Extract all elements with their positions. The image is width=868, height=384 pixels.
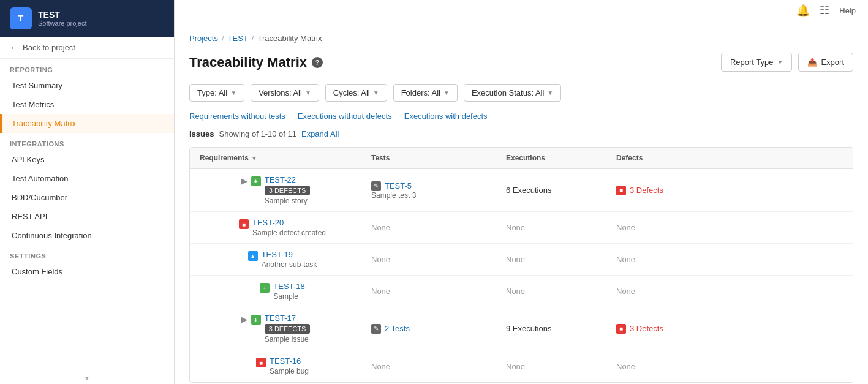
back-icon: ← [10,43,18,52]
story-icon-4: + [251,315,261,325]
issue-link-3[interactable]: TEST-18 [273,282,304,291]
quick-filters: Requirements without tests Executions wi… [189,111,853,121]
filter-cycles-label: Cycles: All [333,88,370,97]
sidebar-item-continuous-integration[interactable]: Continuous Integration [0,226,174,245]
executions-without-defects-link[interactable]: Executions without defects [298,111,392,121]
test-link-0[interactable]: TEST-5 [385,181,412,190]
breadcrumb-test[interactable]: TEST [228,34,248,43]
table-row: ▶ + TEST-22 3 DEFECTS Sample story ✎ TES… [190,169,853,212]
filter-cycles-chevron: ▼ [373,89,379,96]
test-none-5: None [371,362,486,371]
sidebar-logo: T [10,7,32,29]
defect-link-4[interactable]: 3 Defects [630,324,663,333]
defects-cell-1: None [606,212,704,243]
issue-sub-3: Sample [273,292,304,301]
filter-type[interactable]: Type: All ▼ [189,84,244,102]
defects-cell-3: None [606,276,704,307]
defects-none-2: None [616,255,695,264]
col-defects: Defects [606,148,704,168]
filter-folders-chevron: ▼ [443,89,450,96]
req-info-4: TEST-17 3 DEFECTS Sample issue [265,314,311,344]
issue-link-2[interactable]: TEST-19 [262,250,317,259]
sidebar-item-api-keys[interactable]: API Keys [0,150,174,169]
sidebar-project-type: Software project [38,20,86,27]
issues-count: Showing of 1-10 of 11 [219,129,296,138]
executions-none-5: None [506,362,597,371]
issue-link-0[interactable]: TEST-22 [265,175,311,184]
test-cell-1: None [361,212,496,243]
issue-link-4[interactable]: TEST-17 [265,314,311,323]
executions-none-1: None [506,223,597,232]
issue-link-5[interactable]: TEST-16 [270,356,309,366]
executions-with-defects-link[interactable]: Executions with defects [404,111,488,121]
sidebar-item-custom-fields[interactable]: Custom Fields [0,262,174,281]
sidebar-project-name: TEST [38,10,86,20]
story-icon-0: + [251,176,261,186]
issue-link-1[interactable]: TEST-20 [252,218,326,227]
executions-cell-1: None [496,212,606,243]
executions-none-3: None [506,287,597,296]
test-cell-2: None [361,244,496,275]
table-header: Requirements ▼ Tests Executions Defects [190,148,853,169]
test-cell-3: None [361,276,496,307]
defect-row-4: ■ 3 Defects [616,324,695,334]
breadcrumb-sep1: / [222,34,224,43]
defect-link-0[interactable]: 3 Defects [630,186,663,195]
expand-icon-4[interactable]: ▶ [241,315,247,324]
page-help-icon[interactable]: ? [312,57,323,68]
defect-icon-4: ■ [616,324,626,334]
executions-cell-5: None [496,350,606,382]
sidebar-header: T TEST Software project [0,0,174,37]
report-type-chevron-icon: ▼ [777,59,783,66]
export-button[interactable]: 📤 Export [798,53,853,72]
test-cell-4: ✎ 2 Tests [361,307,496,350]
sidebar-item-bdd-cucumber[interactable]: BDD/Cucumber [0,188,174,207]
help-link[interactable]: Help [839,6,856,15]
test-icon-4: ✎ [371,324,381,334]
req-cell-3: + TEST-18 Sample [190,276,361,307]
header-actions: Report Type ▼ 📤 Export [721,53,853,72]
executions-none-2: None [506,255,597,264]
col-tests: Tests [361,148,496,168]
req-cell-1: ■ TEST-20 Sample defect created [190,212,361,243]
req-info-0: TEST-22 3 DEFECTS Sample story [265,175,311,205]
filter-versions-chevron: ▼ [305,89,311,96]
test-icon-0: ✎ [371,181,381,191]
filter-folders[interactable]: Folders: All ▼ [393,84,458,102]
requirements-without-tests-link[interactable]: Requirements without tests [189,111,285,121]
expand-icon-0[interactable]: ▶ [241,176,247,186]
breadcrumb-projects[interactable]: Projects [189,34,218,43]
bell-icon[interactable]: 🔔 [796,4,810,17]
page-content: Projects / TEST / Traceability Matrix Tr… [175,21,868,384]
back-to-project-button[interactable]: ← Back to project [0,37,174,59]
test-sub-0: Sample test 3 [371,191,486,200]
col-executions: Executions [496,148,606,168]
topbar: 🔔 ☷ Help [175,0,868,21]
filter-versions[interactable]: Versions: All ▼ [251,84,319,102]
sidebar-scroll-down[interactable]: ▼ [0,372,174,384]
issues-label: Issues [189,129,214,138]
col-requirements: Requirements ▼ [190,148,361,168]
req-info-3: TEST-18 Sample [273,282,304,301]
sidebar-item-test-summary[interactable]: Test Summary [0,76,174,95]
integrations-section-label: INTEGRATIONS [0,133,174,150]
expand-all-link[interactable]: Expand All [301,129,339,138]
test-link-4[interactable]: 2 Tests [385,324,410,333]
test-none-2: None [371,255,486,264]
main-content: 🔔 ☷ Help Projects / TEST / Traceability … [175,0,868,384]
sidebar-item-test-automation[interactable]: Test Automation [0,169,174,188]
filter-execution-status[interactable]: Execution Status: All ▼ [464,84,561,102]
filter-execution-status-chevron: ▼ [547,89,553,96]
executions-cell-4: 9 Executions [496,307,606,350]
executions-cell-0: 6 Executions [496,169,606,211]
grid-icon[interactable]: ☷ [820,4,829,17]
sidebar-item-traceability-matrix[interactable]: Traceability Matrix [0,114,174,133]
filter-folders-label: Folders: All [401,88,440,97]
filter-cycles[interactable]: Cycles: All ▼ [325,84,387,102]
report-type-button[interactable]: Report Type ▼ [721,53,793,72]
sidebar-item-test-metrics[interactable]: Test Metrics [0,95,174,114]
test-cell-5: None [361,350,496,382]
requirements-sort-icon: ▼ [251,155,257,162]
sidebar: T TEST Software project ← Back to projec… [0,0,175,384]
sidebar-item-rest-api[interactable]: REST API [0,207,174,226]
